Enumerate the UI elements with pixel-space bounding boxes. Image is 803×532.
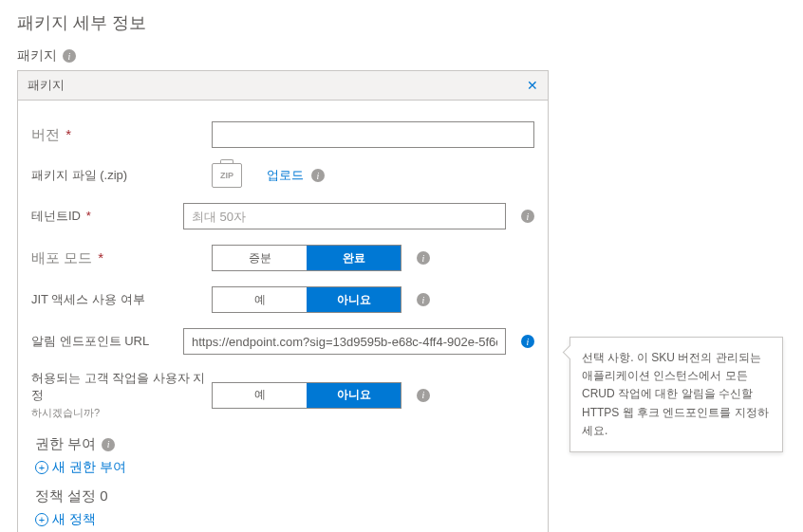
- deploy-mode-incremental[interactable]: 증분: [213, 246, 307, 270]
- policy-title: 정책 설정 0: [35, 487, 531, 505]
- panel-header-title: 패키지: [28, 77, 65, 94]
- jit-access-toggle: 예 아니요: [212, 286, 402, 313]
- custom-actions-label-text: 허용되는 고객 작업을 사용자 지정: [31, 371, 205, 402]
- page-title: 패키지 세부 정보: [0, 0, 803, 40]
- custom-actions-sublabel: 하시겠습니까?: [31, 406, 212, 420]
- close-icon[interactable]: ✕: [527, 78, 538, 93]
- row-jit-access: JIT 액세스 사용 여부 예 아니요 i: [18, 279, 548, 321]
- version-input[interactable]: [212, 121, 534, 148]
- info-icon[interactable]: i: [63, 49, 76, 63]
- info-icon[interactable]: i: [521, 335, 534, 348]
- tenant-id-input[interactable]: [183, 203, 506, 229]
- custom-yes[interactable]: 예: [213, 383, 307, 408]
- add-authorization-text: 새 권한 부여: [52, 459, 126, 476]
- deploy-mode-label: 배포 모드 *: [31, 249, 212, 267]
- required-marker: *: [98, 249, 103, 266]
- notification-url-label: 알림 엔드포인트 URL: [31, 333, 183, 350]
- notification-url-input[interactable]: [183, 328, 506, 355]
- required-marker: *: [65, 126, 71, 142]
- authorization-title-text: 권한 부여: [35, 435, 96, 453]
- row-version: 버전 *: [18, 114, 548, 156]
- jit-yes[interactable]: 예: [213, 287, 307, 312]
- info-icon[interactable]: i: [417, 293, 430, 306]
- section-label-text: 패키지: [17, 47, 57, 64]
- row-tenant-id: 테넌트ID * i: [18, 195, 548, 237]
- authorization-title: 권한 부여 i: [35, 435, 531, 453]
- jit-access-label: JIT 액세스 사용 여부: [31, 291, 212, 308]
- add-policy-link[interactable]: 새 정책: [35, 511, 531, 528]
- authorization-section: 권한 부여 i 새 권한 부여 정책 설정 0 새 정책: [18, 428, 548, 532]
- notification-url-tooltip: 선택 사항. 이 SKU 버전의 관리되는 애플리케이션 인스턴스에서 모든 C…: [570, 337, 783, 452]
- info-icon[interactable]: i: [521, 210, 534, 223]
- row-deploy-mode: 배포 모드 * 증분 완료 i: [18, 237, 548, 279]
- custom-actions-toggle: 예 아니요: [212, 382, 402, 409]
- panel-header: 패키지 ✕: [18, 71, 548, 101]
- plus-icon: [35, 513, 48, 526]
- row-custom-actions: 허용되는 고객 작업을 사용자 지정 하시겠습니까? 예 아니요 i: [18, 362, 548, 428]
- add-policy-text: 새 정책: [52, 511, 96, 528]
- deploy-mode-toggle: 증분 완료: [212, 245, 402, 271]
- zip-icon: ZIP: [212, 163, 242, 188]
- tenant-id-label: 테넌트ID *: [31, 208, 183, 225]
- custom-no[interactable]: 아니요: [307, 383, 401, 408]
- tenant-id-label-text: 테넌트ID: [31, 209, 81, 223]
- panel-body: 버전 * 패키지 파일 (.zip) ZIP 업로드 i 테넌트ID * i: [18, 101, 548, 532]
- section-label: 패키지 i: [0, 40, 803, 70]
- deploy-mode-complete[interactable]: 완료: [307, 246, 401, 270]
- version-label: 버전 *: [31, 126, 212, 144]
- info-icon[interactable]: i: [311, 169, 325, 182]
- info-icon[interactable]: i: [417, 389, 430, 402]
- row-notification-url: 알림 엔드포인트 URL i: [18, 321, 548, 362]
- info-icon[interactable]: i: [102, 438, 115, 451]
- jit-no[interactable]: 아니요: [307, 287, 401, 312]
- info-icon[interactable]: i: [417, 251, 430, 265]
- custom-actions-label: 허용되는 고객 작업을 사용자 지정 하시겠습니까?: [31, 370, 212, 420]
- required-marker: *: [86, 209, 91, 223]
- package-panel: 패키지 ✕ 버전 * 패키지 파일 (.zip) ZIP 업로드 i 테넌트ID…: [17, 70, 549, 532]
- plus-icon: [35, 461, 48, 474]
- upload-link[interactable]: 업로드: [267, 167, 304, 184]
- version-label-text: 버전: [31, 126, 60, 142]
- row-package-file: 패키지 파일 (.zip) ZIP 업로드 i: [18, 156, 548, 195]
- deploy-mode-label-text: 배포 모드: [31, 249, 92, 266]
- add-authorization-link[interactable]: 새 권한 부여: [35, 459, 531, 476]
- package-file-label: 패키지 파일 (.zip): [31, 167, 212, 184]
